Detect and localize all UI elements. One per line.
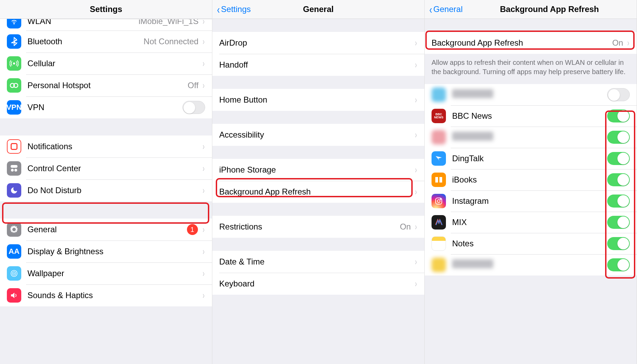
app-row[interactable]: Notes bbox=[425, 233, 637, 254]
wifi-icon bbox=[7, 19, 21, 28]
row-vpn[interactable]: VPN VPN bbox=[0, 96, 212, 118]
chevron-right-icon: › bbox=[415, 256, 417, 267]
hotspot-icon bbox=[7, 78, 21, 93]
app-blur1-icon bbox=[432, 87, 446, 102]
row-label: Personal Hotspot bbox=[27, 81, 188, 90]
app-label bbox=[452, 259, 607, 270]
app-toggle[interactable] bbox=[607, 131, 630, 144]
app-label bbox=[452, 89, 607, 100]
row-label: Keyboard bbox=[219, 279, 414, 289]
chevron-right-icon: › bbox=[203, 268, 205, 279]
row-hotspot[interactable]: Personal Hotspot Off › bbox=[0, 74, 212, 96]
row-label: Notifications bbox=[27, 142, 202, 151]
app-toggle[interactable] bbox=[607, 88, 630, 101]
app-row[interactable]: iBooks bbox=[425, 169, 637, 190]
row-value: On bbox=[612, 38, 623, 48]
control-center-icon bbox=[7, 161, 21, 176]
row-home-button[interactable]: Home Button › bbox=[212, 89, 424, 111]
app-label: Notes bbox=[452, 239, 607, 248]
app-row[interactable]: MIX bbox=[425, 212, 637, 233]
row-airdrop[interactable]: AirDrop › bbox=[212, 32, 424, 54]
general-icon bbox=[7, 222, 21, 237]
row-value: On bbox=[400, 222, 411, 232]
wallpaper-icon bbox=[7, 266, 21, 281]
vpn-icon: VPN bbox=[7, 100, 21, 115]
row-wallpaper[interactable]: Wallpaper › bbox=[0, 262, 212, 284]
row-keyboard[interactable]: Keyboard › bbox=[212, 273, 424, 295]
app-row[interactable] bbox=[425, 254, 637, 275]
app-row[interactable]: Instagram bbox=[425, 190, 637, 212]
row-cellular[interactable]: Cellular › bbox=[0, 52, 212, 74]
row-label: Bluetooth bbox=[27, 37, 144, 46]
chevron-right-icon: › bbox=[415, 59, 417, 70]
row-notifications[interactable]: Notifications › bbox=[0, 136, 212, 157]
row-label: Cellular bbox=[27, 59, 202, 68]
app-row[interactable] bbox=[425, 84, 637, 105]
row-bluetooth[interactable]: Bluetooth Not Connected › bbox=[0, 31, 212, 52]
general-list: AirDrop › Handoff › Home Button › Access… bbox=[212, 19, 424, 364]
row-label: Background App Refresh bbox=[432, 38, 612, 48]
back-label: Settings bbox=[221, 4, 251, 14]
notes-icon bbox=[432, 236, 446, 251]
chevron-right-icon: › bbox=[203, 80, 205, 91]
row-label: iPhone Storage bbox=[219, 165, 414, 175]
back-button[interactable]: ‹ Settings bbox=[216, 3, 251, 15]
nav-title: Settings bbox=[90, 4, 122, 14]
svg-point-11 bbox=[437, 200, 440, 202]
app-label: iBooks bbox=[452, 175, 607, 185]
app-label: BBC News bbox=[452, 111, 607, 121]
row-label: Display & Brightness bbox=[27, 247, 202, 256]
ibooks-icon bbox=[432, 173, 446, 187]
app-toggle[interactable] bbox=[607, 216, 630, 229]
row-background-app-refresh[interactable]: Background App Refresh › bbox=[212, 181, 424, 203]
back-button[interactable]: ‹ General bbox=[429, 3, 463, 15]
app-toggle[interactable] bbox=[607, 109, 630, 122]
row-label: Background App Refresh bbox=[219, 187, 414, 197]
row-date-time[interactable]: Date & Time › bbox=[212, 251, 424, 273]
row-wlan[interactable]: WLAN iMobie_WiFi_1S › bbox=[0, 19, 212, 31]
dingtalk-icon bbox=[432, 151, 446, 166]
row-general[interactable]: General 1 › bbox=[0, 219, 212, 240]
app-toggle[interactable] bbox=[607, 195, 630, 208]
row-value: Not Connected bbox=[144, 37, 199, 46]
app-blur2-icon bbox=[432, 130, 446, 144]
cellular-icon bbox=[7, 56, 21, 71]
row-value: Off bbox=[188, 81, 199, 90]
bar-list: Background App Refresh On › Allow apps t… bbox=[425, 19, 637, 364]
row-handoff[interactable]: Handoff › bbox=[212, 54, 424, 76]
chevron-left-icon: ‹ bbox=[429, 3, 432, 15]
app-row[interactable]: BBCNEWSBBC News bbox=[425, 105, 637, 127]
row-iphone-storage[interactable]: iPhone Storage › bbox=[212, 159, 424, 181]
settings-list: WLAN iMobie_WiFi_1S › Bluetooth Not Conn… bbox=[0, 19, 212, 364]
app-toggle[interactable] bbox=[607, 237, 630, 250]
chevron-right-icon: › bbox=[203, 163, 205, 174]
app-toggle[interactable] bbox=[607, 152, 630, 165]
chevron-right-icon: › bbox=[203, 246, 205, 257]
row-value: iMobie_WiFi_1S bbox=[139, 19, 199, 26]
nav-title: General bbox=[303, 4, 333, 14]
chevron-right-icon: › bbox=[203, 290, 205, 301]
settings-panel: Settings WLAN iMobie_WiFi_1S › Bluetooth… bbox=[0, 0, 212, 364]
dnd-icon bbox=[7, 183, 21, 198]
row-display[interactable]: AA Display & Brightness › bbox=[0, 240, 212, 262]
app-row[interactable] bbox=[425, 127, 637, 148]
app-toggle[interactable] bbox=[607, 173, 630, 186]
row-restrictions[interactable]: Restrictions On › bbox=[212, 216, 424, 238]
row-accessibility[interactable]: Accessibility › bbox=[212, 124, 424, 146]
navbar-bar: ‹ General Background App Refresh bbox=[425, 0, 637, 19]
app-row[interactable]: DingTalk bbox=[425, 148, 637, 169]
row-sounds[interactable]: Sounds & Haptics › bbox=[0, 284, 212, 306]
vpn-toggle[interactable] bbox=[182, 101, 205, 114]
row-dnd[interactable]: Do Not Disturb › bbox=[0, 179, 212, 201]
svg-point-5 bbox=[11, 169, 14, 172]
row-control-center[interactable]: Control Center › bbox=[0, 157, 212, 179]
row-label: WLAN bbox=[27, 19, 139, 26]
app-toggle[interactable] bbox=[607, 258, 630, 271]
row-bar-master[interactable]: Background App Refresh On › bbox=[425, 32, 637, 54]
chevron-right-icon: › bbox=[415, 278, 417, 289]
svg-point-1 bbox=[13, 63, 15, 64]
chevron-right-icon: › bbox=[203, 224, 205, 235]
row-label: VPN bbox=[27, 103, 182, 112]
row-label: Control Center bbox=[27, 164, 202, 173]
svg-point-9 bbox=[14, 273, 14, 274]
